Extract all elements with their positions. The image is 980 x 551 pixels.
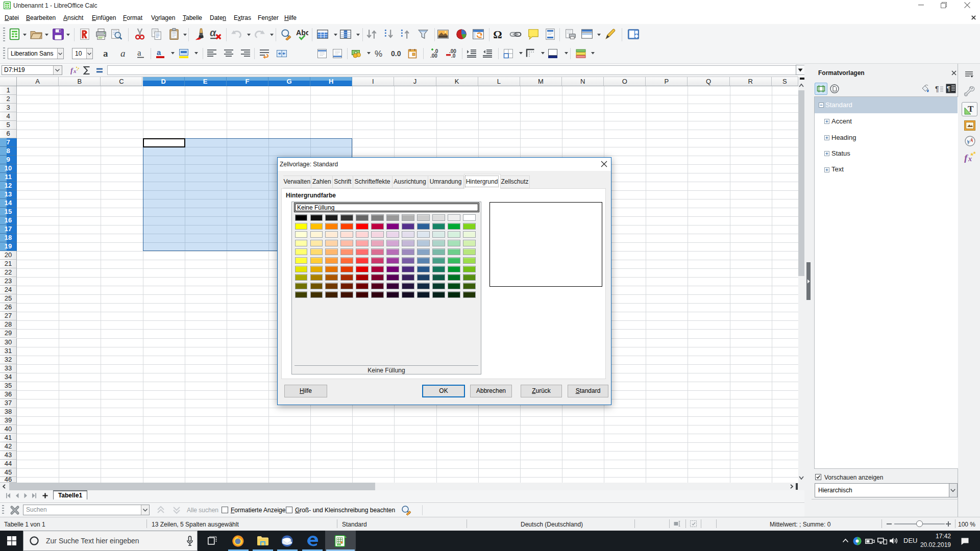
svg-text:a: a bbox=[137, 48, 141, 58]
svg-text:x: x bbox=[968, 155, 972, 163]
svg-text:%: % bbox=[375, 49, 382, 59]
svg-text:x: x bbox=[73, 68, 77, 74]
svg-text:¶: ¶ bbox=[947, 85, 950, 92]
svg-text:0.0: 0.0 bbox=[391, 49, 401, 58]
svg-text:.0: .0 bbox=[451, 53, 456, 59]
svg-text:.00: .00 bbox=[430, 53, 437, 59]
svg-text:a: a bbox=[120, 48, 126, 59]
svg-text:¶: ¶ bbox=[935, 85, 939, 93]
svg-text:Ω: Ω bbox=[493, 29, 502, 40]
svg-text:α: α bbox=[210, 28, 216, 38]
svg-text:Abc: Abc bbox=[296, 29, 308, 37]
svg-text:T: T bbox=[968, 104, 974, 114]
svg-text:f: f bbox=[964, 153, 968, 163]
svg-text:a: a bbox=[103, 48, 108, 59]
svg-text:a: a bbox=[157, 48, 161, 57]
